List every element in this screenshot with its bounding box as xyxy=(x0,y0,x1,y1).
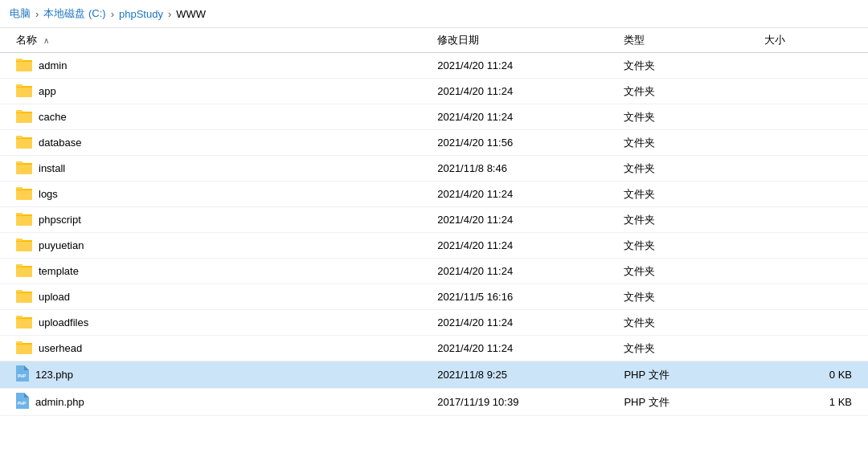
file-size-cell xyxy=(756,284,868,310)
file-size-cell xyxy=(756,233,868,259)
file-name-label: template xyxy=(39,265,79,277)
svg-rect-33 xyxy=(16,343,32,354)
file-list-container: 名称 ∧ 修改日期 类型 大小 admin2021/4/20 11:24文件夹 xyxy=(0,28,868,451)
file-date-cell: 2021/11/8 9:25 xyxy=(429,361,616,389)
col-size-label: 大小 xyxy=(764,34,785,46)
folder-icon xyxy=(16,108,32,125)
file-name-cell: app xyxy=(0,79,429,104)
file-type-cell: 文件夹 xyxy=(616,182,755,207)
svg-rect-29 xyxy=(16,290,23,292)
file-name-label: database xyxy=(39,137,82,149)
svg-rect-15 xyxy=(16,189,32,200)
php-file-icon: PHP xyxy=(16,365,29,384)
table-row[interactable]: PHP admin.php2017/11/19 10:39PHP 文件1 KB xyxy=(0,389,868,416)
file-size-cell xyxy=(756,156,868,182)
table-row[interactable]: install2021/11/8 8:46文件夹 xyxy=(0,156,868,182)
col-name-label: 名称 xyxy=(16,34,37,46)
col-header-type[interactable]: 类型 xyxy=(616,28,755,53)
file-type-cell: 文件夹 xyxy=(616,336,755,361)
folder-icon xyxy=(16,314,32,331)
file-name-cell: database xyxy=(0,130,429,156)
file-name-cell: logs xyxy=(0,182,429,207)
file-name-cell: phpscript xyxy=(0,207,429,233)
breadcrumb-computer[interactable]: 电脑 xyxy=(10,6,31,21)
folder-icon xyxy=(16,211,32,228)
svg-rect-0 xyxy=(16,60,32,71)
breadcrumb-sep-1: › xyxy=(35,8,39,20)
file-name-cell: PHP 123.php xyxy=(0,361,429,389)
svg-rect-30 xyxy=(16,317,32,328)
file-date-cell: 2021/4/20 11:24 xyxy=(429,233,616,259)
file-name-cell: cache xyxy=(0,104,429,130)
file-date-cell: 2021/4/20 11:24 xyxy=(429,182,616,207)
file-size-cell xyxy=(756,130,868,156)
folder-icon xyxy=(16,186,32,202)
breadcrumb-phpstudy[interactable]: phpStudy xyxy=(119,8,163,20)
svg-text:PHP: PHP xyxy=(18,401,27,406)
file-name-cell: template xyxy=(0,259,429,284)
file-size-cell xyxy=(756,259,868,284)
file-name-label: phpscript xyxy=(39,214,81,226)
svg-rect-11 xyxy=(16,136,23,138)
file-date-cell: 2021/11/5 16:16 xyxy=(429,284,616,310)
svg-rect-26 xyxy=(16,264,23,267)
svg-rect-27 xyxy=(16,292,32,303)
file-date-cell: 2021/4/20 11:24 xyxy=(429,53,616,79)
table-row[interactable]: template2021/4/20 11:24文件夹 xyxy=(0,259,868,284)
table-row[interactable]: userhead2021/4/20 11:24文件夹 xyxy=(0,336,868,361)
folder-icon xyxy=(16,83,32,100)
folder-icon xyxy=(16,237,32,254)
folder-icon xyxy=(16,134,32,151)
table-row[interactable]: admin2021/4/20 11:24文件夹 xyxy=(0,53,868,79)
svg-marker-40 xyxy=(24,393,29,398)
table-row[interactable]: upload2021/11/5 16:16文件夹 xyxy=(0,284,868,310)
breadcrumb-sep-3: › xyxy=(168,8,171,20)
table-row[interactable]: cache2021/4/20 11:24文件夹 xyxy=(0,104,868,130)
table-row[interactable]: app2021/4/20 11:24文件夹 xyxy=(0,79,868,104)
file-size-cell: 1 KB xyxy=(756,389,868,416)
svg-rect-8 xyxy=(16,110,23,112)
folder-icon xyxy=(16,57,32,74)
file-name-cell: install xyxy=(0,156,429,182)
breadcrumb-sep-2: › xyxy=(111,8,114,20)
svg-rect-17 xyxy=(16,187,23,190)
file-type-cell: 文件夹 xyxy=(616,156,755,182)
svg-rect-21 xyxy=(16,240,32,251)
svg-rect-20 xyxy=(16,213,23,215)
table-row[interactable]: uploadfiles2021/4/20 11:24文件夹 xyxy=(0,310,868,336)
svg-rect-18 xyxy=(16,214,32,226)
col-header-date[interactable]: 修改日期 xyxy=(429,28,616,53)
table-row[interactable]: database2021/4/20 11:56文件夹 xyxy=(0,130,868,156)
file-type-cell: 文件夹 xyxy=(616,207,755,233)
table-row[interactable]: logs2021/4/20 11:24文件夹 xyxy=(0,182,868,207)
table-row[interactable]: phpscript2021/4/20 11:24文件夹 xyxy=(0,207,868,233)
breadcrumb-c-drive[interactable]: 本地磁盘 (C:) xyxy=(43,6,105,21)
file-date-cell: 2021/4/20 11:24 xyxy=(429,310,616,336)
file-size-cell xyxy=(756,182,868,207)
file-size-cell xyxy=(756,53,868,79)
col-date-label: 修改日期 xyxy=(437,34,479,46)
folder-icon xyxy=(16,340,32,357)
file-type-cell: PHP 文件 xyxy=(616,389,755,416)
file-size-cell xyxy=(756,310,868,336)
svg-marker-37 xyxy=(24,365,29,370)
svg-rect-23 xyxy=(16,239,23,241)
file-type-cell: 文件夹 xyxy=(616,233,755,259)
file-type-cell: PHP 文件 xyxy=(616,361,755,389)
table-row[interactable]: PHP 123.php2021/11/8 9:25PHP 文件0 KB xyxy=(0,361,868,389)
file-size-cell xyxy=(756,207,868,233)
table-row[interactable]: puyuetian2021/4/20 11:24文件夹 xyxy=(0,233,868,259)
file-date-cell: 2017/11/19 10:39 xyxy=(429,389,616,416)
col-header-name[interactable]: 名称 ∧ xyxy=(0,28,429,53)
file-type-cell: 文件夹 xyxy=(616,130,755,156)
svg-rect-6 xyxy=(16,112,32,123)
svg-rect-9 xyxy=(16,137,32,149)
col-header-size[interactable]: 大小 xyxy=(756,28,868,53)
file-type-cell: 文件夹 xyxy=(616,284,755,310)
svg-rect-12 xyxy=(16,163,32,174)
file-name-label: logs xyxy=(39,188,58,200)
file-date-cell: 2021/4/20 11:24 xyxy=(429,207,616,233)
file-name-cell: PHP admin.php xyxy=(0,389,429,416)
folder-icon xyxy=(16,263,32,280)
sort-arrow-icon: ∧ xyxy=(43,36,49,45)
